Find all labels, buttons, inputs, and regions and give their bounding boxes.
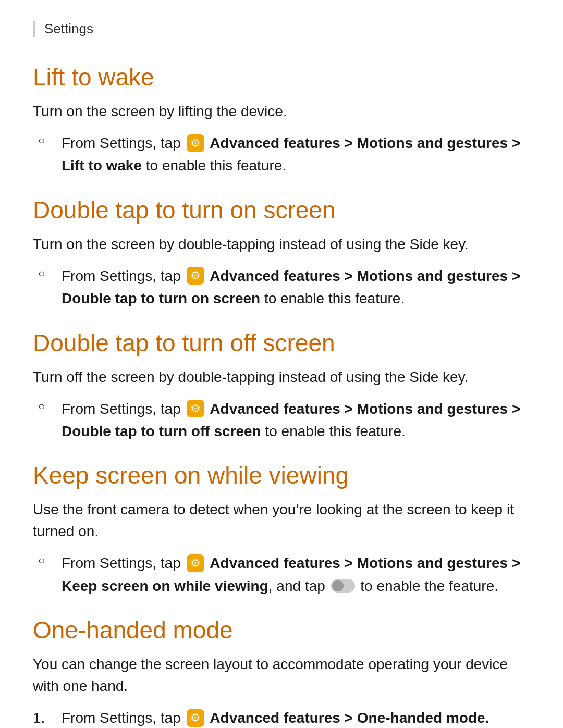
bullet-list-lift-to-wake: From Settings, tap Advanced features > M… [33,132,530,177]
section-title-double-tap-on: Double tap to turn on screen [33,196,530,224]
section-desc-one-handed-mode: You can change the screen layout to acco… [33,653,530,697]
settings-icon [187,134,204,152]
settings-icon [187,709,204,727]
section-one-handed-mode: One-handed mode You can change the scree… [33,616,530,728]
section-title-lift-to-wake: Lift to wake [33,63,530,91]
section-desc-lift-to-wake: Turn on the screen by lifting the device… [33,101,530,122]
bullet-list-double-tap-on: From Settings, tap Advanced features > M… [33,265,530,310]
page-header: Settings [33,21,530,37]
section-double-tap-on: Double tap to turn on screen Turn on the… [33,196,530,310]
list-item: From Settings, tap Advanced features > M… [33,552,530,597]
bullet-list-double-tap-off: From Settings, tap Advanced features > M… [33,398,530,443]
list-item: From Settings, tap Advanced features > M… [33,398,530,443]
list-item: From Settings, tap Advanced features > M… [33,132,530,177]
section-desc-keep-screen-on: Use the front camera to detect when you’… [33,499,530,542]
numbered-list-one-handed-mode: 1. From Settings, tap Advanced features … [33,707,530,728]
section-title-keep-screen-on: Keep screen on while viewing [33,461,530,489]
section-keep-screen-on: Keep screen on while viewing Use the fro… [33,461,530,597]
section-title-double-tap-off: Double tap to turn off screen [33,329,530,357]
list-item: From Settings, tap Advanced features > M… [33,265,530,310]
list-item: 1. From Settings, tap Advanced features … [33,707,530,728]
section-double-tap-off: Double tap to turn off screen Turn off t… [33,329,530,443]
section-desc-double-tap-off: Turn off the screen by double-tapping in… [33,366,530,388]
bullet-list-keep-screen-on: From Settings, tap Advanced features > M… [33,552,530,597]
settings-icon [187,554,204,572]
toggle-icon [331,579,355,593]
settings-icon [187,267,204,285]
section-title-one-handed-mode: One-handed mode [33,616,530,644]
section-lift-to-wake: Lift to wake Turn on the screen by lifti… [33,63,530,177]
section-desc-double-tap-on: Turn on the screen by double-tapping ins… [33,233,530,255]
settings-icon [187,400,204,417]
